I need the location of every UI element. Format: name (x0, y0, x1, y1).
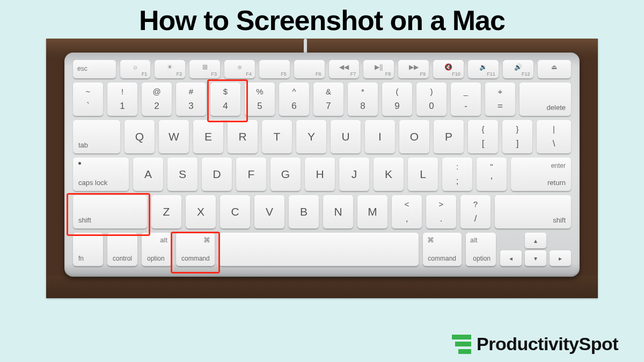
key-option-right: altoption (466, 233, 496, 266)
key-control: control (107, 233, 137, 266)
number-row: ~` !1 @2 #3 $4 %5 ^6 &7 *8 (9 )0 _- += d… (73, 83, 571, 116)
key-7: &7 (313, 83, 343, 116)
key-shift-right: shift (495, 195, 571, 228)
key-shift-left: shift (73, 195, 147, 228)
wood-desk-bottom (46, 276, 598, 298)
key-option-left: altoption (142, 233, 172, 266)
key-q: Q (125, 120, 155, 153)
key-f1: ☼F1 (120, 60, 151, 78)
key-f5: F5 (259, 60, 290, 78)
key-w: W (159, 120, 189, 153)
key-f9: ▶▶F9 (398, 60, 429, 78)
key-i: I (365, 120, 395, 153)
key-backtick: ~` (73, 83, 103, 116)
apple-keyboard: esc ☼F1 ☀F2 ⊞F3 ⌾F4 F5 F6 ◀◀F7 ▶||F8 ▶▶F… (64, 53, 580, 277)
key-3: #3 (176, 83, 206, 116)
key-9: (9 (382, 83, 412, 116)
key-arrow-left: ◂ (500, 250, 522, 266)
key-x: X (186, 195, 216, 228)
key-n: N (323, 195, 353, 228)
key-f3: ⊞F3 (189, 60, 220, 78)
key-command-left: ⌘command (176, 233, 215, 266)
key-f10: 🔇F10 (433, 60, 464, 78)
key-arrow-right: ▸ (550, 250, 571, 266)
key-0: )0 (416, 83, 447, 116)
key-d: D (202, 158, 232, 191)
function-row: esc ☼F1 ☀F2 ⊞F3 ⌾F4 F5 F6 ◀◀F7 ▶||F8 ▶▶F… (73, 60, 571, 78)
key-f12: 🔊F12 (503, 60, 533, 78)
key-y: Y (296, 120, 326, 153)
key-backslash: |\ (537, 120, 571, 153)
key-f4: ⌾F4 (224, 60, 255, 78)
key-f8: ▶||F8 (363, 60, 394, 78)
key-z: Z (151, 195, 181, 228)
key-2: @2 (142, 83, 172, 116)
keyboard-photo: esc ☼F1 ☀F2 ⊞F3 ⌾F4 F5 F6 ◀◀F7 ▶||F8 ▶▶F… (46, 39, 598, 298)
key-o: O (399, 120, 429, 153)
key-eject: ⏏ (538, 60, 572, 78)
key-a: A (133, 158, 163, 191)
key-t: T (262, 120, 292, 153)
key-b: B (289, 195, 319, 228)
key-quote: "' (477, 158, 507, 191)
key-semicolon: :; (442, 158, 472, 191)
key-period: >. (426, 195, 456, 228)
key-delete: delete (519, 83, 571, 116)
key-6: ^6 (279, 83, 309, 116)
key-1: !1 (107, 83, 137, 116)
key-e: E (193, 120, 223, 153)
key-4: $4 (210, 83, 240, 116)
key-h: H (305, 158, 335, 191)
key-8: *8 (348, 83, 378, 116)
bottom-letter-row: shift Z X C V B N M <, >. ?/ shift (73, 195, 571, 228)
modifier-row: fn control altoption ⌘command ⌘command a… (73, 233, 571, 266)
key-g: G (270, 158, 301, 191)
key-fn: fn (73, 233, 103, 266)
key-tab: tab (73, 120, 120, 153)
key-caps-lock: caps lock (73, 158, 129, 191)
key-u: U (331, 120, 361, 153)
key-return: enterreturn (511, 158, 571, 191)
brand-logo-icon (452, 335, 471, 354)
key-bracket-right: }] (502, 120, 532, 153)
key-p: P (434, 120, 464, 153)
page-title: How to Screenshot on a Mac (0, 4, 644, 36)
key-f: F (236, 158, 266, 191)
key-slash: ?/ (460, 195, 491, 228)
key-v: V (254, 195, 284, 228)
key-f7: ◀◀F7 (329, 60, 360, 78)
key-equals: += (485, 83, 515, 116)
key-f6: F6 (294, 60, 325, 78)
brand-name: ProductivitySpot (477, 334, 618, 354)
brand-logo: ProductivitySpot (452, 334, 618, 354)
arrow-cluster: ▴ ◂ ▾ ▸ (500, 233, 571, 266)
key-f2: ☀F2 (155, 60, 185, 78)
key-5: %5 (245, 83, 275, 116)
key-bracket-left: {[ (468, 120, 498, 153)
key-arrow-up: ▴ (525, 233, 546, 248)
home-row: caps lock A S D F G H J K L :; "' enterr… (73, 158, 571, 191)
key-f11: 🔉F11 (468, 60, 499, 78)
key-spacebar (219, 233, 419, 266)
key-command-right: ⌘command (423, 233, 462, 266)
key-comma: <, (392, 195, 422, 228)
key-s: S (167, 158, 197, 191)
wood-desk-top (46, 39, 598, 54)
key-l: L (408, 158, 438, 191)
key-j: J (339, 158, 369, 191)
key-arrow-down: ▾ (525, 250, 546, 266)
key-c: C (220, 195, 250, 228)
key-m: M (357, 195, 387, 228)
key-r: R (228, 120, 258, 153)
key-minus: _- (451, 83, 481, 116)
qwerty-row: tab Q W E R T Y U I O P {[ }] |\ (73, 120, 571, 153)
key-esc: esc (73, 60, 116, 78)
key-k: K (374, 158, 404, 191)
